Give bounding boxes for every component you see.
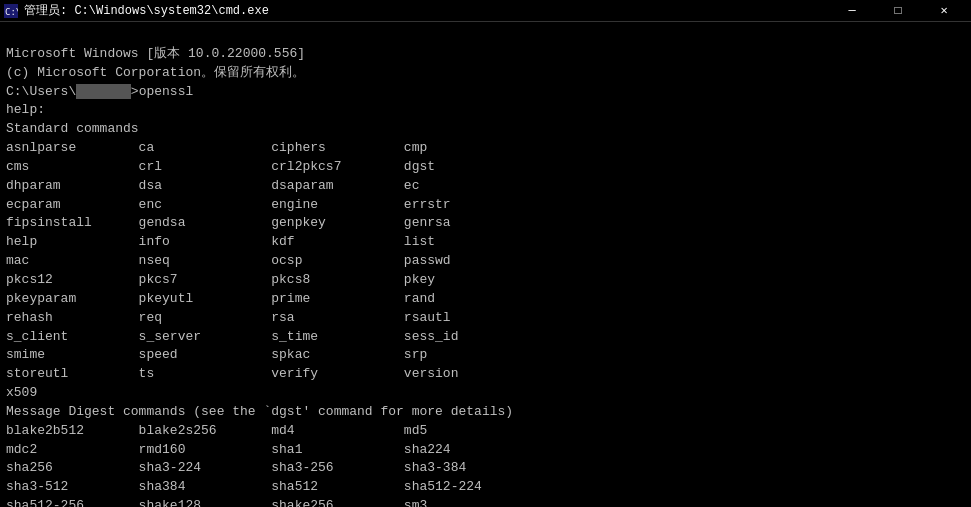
titlebar: C:\ 管理员: C:\Windows\system32\cmd.exe — □… xyxy=(0,0,971,22)
terminal-line: smime speed spkac srp xyxy=(6,346,965,365)
titlebar-controls: — □ ✕ xyxy=(829,0,967,22)
terminal-line: C:\Users\ >openssl xyxy=(6,83,965,102)
titlebar-left: C:\ 管理员: C:\Windows\system32\cmd.exe xyxy=(4,2,269,19)
titlebar-title: 管理员: C:\Windows\system32\cmd.exe xyxy=(24,2,269,19)
terminal-line: asnlparse ca ciphers cmp xyxy=(6,139,965,158)
terminal-line: fipsinstall gendsa genpkey genrsa xyxy=(6,214,965,233)
terminal-line: sha3-512 sha384 sha512 sha512-224 xyxy=(6,478,965,497)
cmd-icon: C:\ xyxy=(4,4,18,18)
maximize-button[interactable]: □ xyxy=(875,0,921,22)
terminal-line: sha512-256 shake128 shake256 sm3 xyxy=(6,497,965,507)
terminal-line: ecparam enc engine errstr xyxy=(6,196,965,215)
terminal-line: (c) Microsoft Corporation。保留所有权利。 xyxy=(6,64,965,83)
terminal-line: Microsoft Windows [版本 10.0.22000.556] xyxy=(6,45,965,64)
terminal-line: rehash req rsa rsautl xyxy=(6,309,965,328)
terminal-line: mdc2 rmd160 sha1 sha224 xyxy=(6,441,965,460)
terminal-line: help: xyxy=(6,101,965,120)
svg-text:C:\: C:\ xyxy=(5,7,18,17)
terminal-line: storeutl ts verify version xyxy=(6,365,965,384)
terminal-output: Microsoft Windows [版本 10.0.22000.556](c)… xyxy=(0,22,971,507)
terminal-line: mac nseq ocsp passwd xyxy=(6,252,965,271)
minimize-button[interactable]: — xyxy=(829,0,875,22)
terminal-line: cms crl crl2pkcs7 dgst xyxy=(6,158,965,177)
terminal-line: sha256 sha3-224 sha3-256 sha3-384 xyxy=(6,459,965,478)
terminal-line: help info kdf list xyxy=(6,233,965,252)
close-button[interactable]: ✕ xyxy=(921,0,967,22)
terminal-line: pkcs12 pkcs7 pkcs8 pkey xyxy=(6,271,965,290)
terminal-line: blake2b512 blake2s256 md4 md5 xyxy=(6,422,965,441)
terminal-line: Standard commands xyxy=(6,120,965,139)
terminal-line: dhparam dsa dsaparam ec xyxy=(6,177,965,196)
terminal-line: x509 xyxy=(6,384,965,403)
terminal-line: Message Digest commands (see the `dgst' … xyxy=(6,403,965,422)
terminal-line: pkeyparam pkeyutl prime rand xyxy=(6,290,965,309)
terminal-line: s_client s_server s_time sess_id xyxy=(6,328,965,347)
